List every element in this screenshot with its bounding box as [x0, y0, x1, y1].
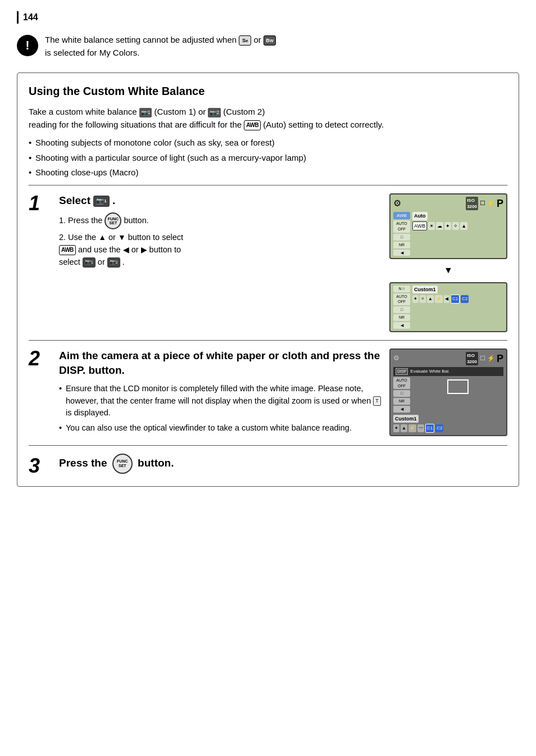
wb-awb: AWB — [412, 221, 427, 231]
intro-paragraph: Take a custom white balance 📷1 (Custom 1… — [29, 106, 507, 131]
arrow3-menu[interactable]: ◀ — [393, 406, 410, 413]
step-2-number: 2 — [29, 348, 59, 437]
custom1-label-2: Custom1 — [393, 415, 419, 423]
cam-screen-2: ⚙ ISO3200 ☐ ⚡ P DISP Evaluate Whi — [389, 348, 507, 436]
bullet-item-1: Shooting subjects of monotone color (suc… — [29, 137, 507, 150]
bullet-item-3: Shooting close-ups (Macro) — [29, 166, 507, 179]
white-frame-box — [447, 379, 469, 394]
cam-left-menu-2: AUTOOFF □ NR ◀ — [393, 377, 410, 413]
wb-sun: ☀ — [428, 222, 435, 230]
nm-menu[interactable]: N☆ — [393, 286, 410, 292]
note-box: ! The white balance setting cannot be ad… — [17, 34, 519, 59]
custom-row-2: ✦ ▲ ⚡ 〰 C1 C2 — [393, 424, 503, 432]
step-2-row: 2 Aim the camera at a piece of white pap… — [29, 340, 507, 445]
cam-main-area-1a: Auto AWB ☀ ☁ ✦ ✧ ▲ — [410, 212, 503, 256]
auto-label-display: Auto — [412, 212, 428, 220]
c1-icon: 📷1 — [83, 257, 96, 268]
auto-off-menu-2[interactable]: AUTOOFF — [393, 293, 410, 306]
step-2-text: Aim the camera at a piece of white paper… — [59, 348, 381, 437]
iso-badge-1a: ISO3200 — [466, 197, 478, 210]
step-1-heading: Select 📷1 . — [59, 193, 381, 209]
bw-icon: BW — [264, 35, 276, 46]
cust2-fluor: ▲ — [401, 424, 407, 432]
cam-screen-1a-inner: ⚙ ISO3200 ☐ ⚡ P — [390, 194, 506, 259]
autooff-menu-3[interactable]: AUTOOFF — [393, 377, 410, 390]
wb-shade: ✦ — [444, 222, 451, 230]
step-1-row: 1 Select 📷1 . 1. Press the — [29, 185, 507, 340]
cam-top-left-2: ⚙ — [393, 354, 399, 363]
cam-bottom-2: Custom1 ✦ ▲ ⚡ 〰 C1 C2 — [393, 415, 503, 433]
disp-tag: DISP — [396, 368, 408, 375]
iso-badge-2: ISO3200 — [466, 352, 478, 365]
cam-left-menu-1b: N☆ AUTOOFF □ NR ◀ — [393, 286, 410, 329]
left-arrow: ◀ — [123, 245, 129, 254]
cam-menu-area-2: AUTOOFF □ NR ◀ — [393, 377, 503, 413]
cust2-other: ⚡ — [408, 424, 416, 432]
nr2-menu[interactable]: NR — [393, 242, 410, 248]
cust2-wave: 〰 — [417, 424, 424, 432]
cust2-sun: ✦ — [393, 424, 399, 432]
down-arrow: ▼ — [118, 233, 128, 242]
cust-light: ⚡ — [435, 295, 443, 302]
disp-bar: DISP Evaluate White Bal. — [393, 367, 503, 376]
cam-top-right-1a: ISO3200 ☐ ⚡ P — [466, 197, 503, 210]
arrow2-menu[interactable]: ◀ — [393, 322, 410, 329]
func-set-button-3[interactable]: FUNCSET — [112, 454, 133, 474]
step-3-number: 3 — [29, 456, 59, 476]
cust2-c1: C1 — [425, 424, 434, 432]
step-2-bullet1: Ensure that the LCD monitor is completel… — [59, 383, 381, 419]
wb-fluor: ▲ — [460, 222, 467, 230]
cam-menu-area-1a: AWB AUTOOFF □ NR ◀ Auto — [393, 212, 503, 256]
wb-cloud: ☁ — [436, 222, 443, 230]
p-label-1a: P — [497, 198, 503, 209]
cam-screen-1b-inner: N☆ AUTOOFF □ NR ◀ Custom1 — [390, 283, 506, 331]
cam-screen-1b: N☆ AUTOOFF □ NR ◀ Custom1 — [389, 282, 507, 332]
nr4-menu[interactable]: NR — [393, 314, 410, 321]
bullet-item-2: Shooting with a particular source of lig… — [29, 152, 507, 165]
note-icon: ! — [17, 35, 38, 56]
cam-main-area-2 — [410, 377, 503, 413]
up-arrow: ▲ — [98, 233, 106, 242]
step-1-text: Select 📷1 . 1. Press the FUNCSET button. — [59, 193, 381, 271]
awb-intro-icon: AWB — [244, 120, 261, 130]
nr6-menu[interactable]: NR — [393, 398, 410, 405]
step-1-number: 1 — [29, 193, 59, 332]
awb-menu-item[interactable]: AWB — [393, 212, 410, 219]
cam-top-bar-1a: ⚙ ISO3200 ☐ ⚡ P — [393, 197, 503, 210]
af-icon-2: ⚙ — [393, 354, 399, 363]
custom-row: ✦ ✧ ▲ ⚡ ◀ C1 C2 — [412, 295, 503, 303]
custom2-icon: 📷2 — [208, 108, 221, 117]
nr-menu[interactable]: □ — [393, 234, 410, 241]
p-label-2: P — [497, 354, 503, 364]
step-3-heading: Press the FUNCSET button. — [59, 454, 174, 474]
step-1-sub1: 1. Press the FUNCSET button. — [59, 212, 381, 229]
wb-row: AWB ☀ ☁ ✦ ✧ ▲ — [412, 221, 503, 231]
page-number: 144 — [17, 11, 519, 24]
auto-off-menu[interactable]: AUTOOFF — [393, 220, 410, 233]
cam-screen-1a: ⚙ ISO3200 ☐ ⚡ P — [389, 193, 507, 260]
cam-menu-area-1b: N☆ AUTOOFF □ NR ◀ Custom1 — [393, 286, 503, 329]
select-custom-icon: 📷1 — [93, 196, 109, 206]
step-2-bullet2: You can also use the optical viewfinder … — [59, 422, 381, 434]
nr3-menu[interactable]: □ — [393, 306, 410, 313]
awb-step1-icon: AWB — [59, 245, 76, 255]
cust-sun: ✦ — [412, 295, 419, 302]
arrow-menu[interactable]: ◀ — [393, 250, 410, 256]
step-2-heading: Aim the camera at a piece of white paper… — [59, 348, 381, 378]
wb-flash: ✧ — [452, 222, 459, 230]
eval-label: Evaluate White Bal. — [410, 368, 449, 374]
func-set-button-1[interactable]: FUNCSET — [105, 212, 121, 229]
step-2-content: Aim the camera at a piece of white paper… — [59, 348, 507, 437]
cust-single: ◀ — [444, 295, 449, 302]
page-container: 144 ! The white balance setting cannot b… — [0, 0, 536, 504]
settings-icons-1a: ☐ ⚡ — [480, 199, 495, 207]
bullet-list: Shooting subjects of monotone color (suc… — [29, 137, 507, 179]
cust-fluor: ▲ — [427, 295, 434, 302]
cam-main-area-1b: Custom1 ✦ ✧ ▲ ⚡ ◀ C1 C2 — [410, 286, 503, 329]
t-icon: T — [373, 396, 381, 406]
step-1-sub2: 2. Use the ▲ or ▼ button to select AWB a… — [59, 232, 381, 268]
right-arrow: ▶ — [141, 245, 149, 254]
cam-arrow-down: ▼ — [389, 264, 507, 277]
cam-screen-2-inner: ⚙ ISO3200 ☐ ⚡ P DISP Evaluate Whi — [390, 350, 506, 435]
nr5-menu[interactable]: □ — [393, 390, 410, 397]
